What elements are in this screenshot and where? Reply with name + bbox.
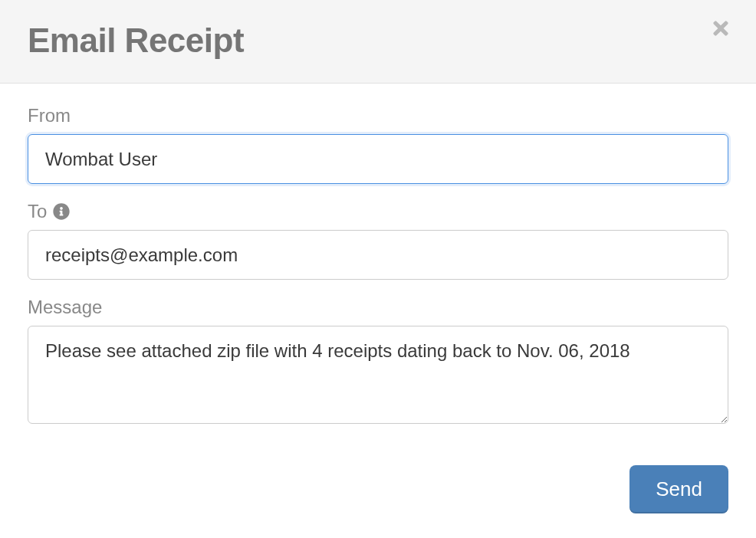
close-button[interactable]: [707, 15, 735, 43]
message-textarea[interactable]: [28, 326, 728, 424]
modal-body: From To Message: [0, 84, 756, 465]
to-input[interactable]: [28, 230, 728, 280]
close-icon: [710, 18, 731, 41]
from-field-group: From: [28, 105, 728, 184]
from-label: From: [28, 105, 728, 126]
to-field-group: To: [28, 201, 728, 280]
modal-footer: Send: [0, 465, 756, 538]
modal-title: Email Receipt: [28, 21, 728, 60]
send-button[interactable]: Send: [629, 465, 728, 513]
to-label-row: To: [28, 201, 728, 222]
to-label: To: [28, 201, 47, 222]
from-input[interactable]: [28, 134, 728, 184]
message-field-group: Message: [28, 297, 728, 427]
email-receipt-modal: Email Receipt From To Message S: [0, 0, 756, 538]
message-label: Message: [28, 297, 728, 318]
modal-header: Email Receipt: [0, 0, 756, 84]
info-icon[interactable]: [53, 203, 70, 220]
